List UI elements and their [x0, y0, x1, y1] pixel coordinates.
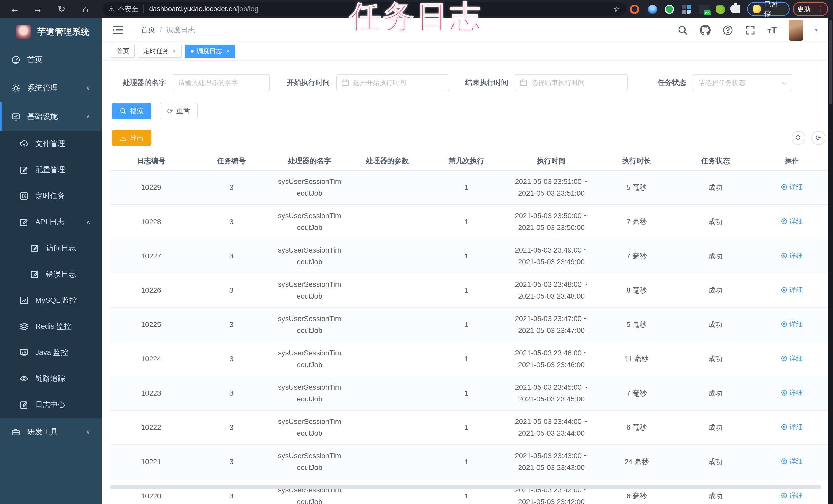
log-center-icon: [20, 400, 29, 409]
close-icon[interactable]: ×: [226, 48, 230, 55]
sidebar-toggle-icon[interactable]: [113, 25, 123, 34]
detail-link[interactable]: 详细: [781, 421, 803, 433]
sidebar-item-config-management[interactable]: 配置管理: [0, 157, 102, 183]
cell-handler-param: [348, 205, 426, 239]
avatar[interactable]: [789, 20, 803, 41]
extension-green-icon[interactable]: [665, 5, 674, 14]
cell-handler-name: sysUserSessionTimeoutJob: [271, 239, 349, 273]
detail-link[interactable]: 详细: [781, 250, 803, 261]
font-size-icon[interactable]: TT: [767, 25, 777, 35]
detail-link[interactable]: 详细: [781, 353, 803, 364]
detail-link[interactable]: 详细: [781, 318, 803, 330]
extension-switch-icon[interactable]: on: [699, 5, 709, 14]
kebab-menu-icon[interactable]: ⋮: [817, 5, 824, 13]
url-bar[interactable]: ⚠ 不安全 dashboard.yudao.iocoder.cn/job/log…: [102, 2, 626, 16]
cell-exec-time: 2021-05-03 23:45:00 ~2021-05-03 23:45:00: [507, 376, 596, 410]
home-icon[interactable]: ⌂: [78, 0, 93, 18]
sidebar-item-access-log[interactable]: 访问日志: [0, 235, 102, 261]
sidebar-item-file-management[interactable]: 文件管理: [0, 131, 102, 157]
detail-link[interactable]: 详细: [781, 216, 803, 227]
sidebar-item-error-log[interactable]: 错误日志: [0, 261, 102, 287]
extension-paused-pill[interactable]: 已暂停: [747, 2, 790, 16]
sidebar-item-log-center[interactable]: 日志中心: [0, 392, 102, 418]
cell-exec-time: 2021-05-03 23:49:00 ~2021-05-03 23:49:00: [507, 239, 596, 273]
cell-exec-index: 1: [426, 410, 507, 445]
forward-icon[interactable]: →: [30, 0, 46, 18]
cell-log-id: 10224: [110, 342, 192, 376]
sidebar-item-mysql-monitor[interactable]: MySQL 监控: [0, 287, 102, 313]
bookmark-star-icon[interactable]: ☆: [613, 5, 620, 14]
toolbox-icon: [11, 428, 21, 437]
refresh-table-button[interactable]: ⟳: [811, 131, 825, 145]
detail-link[interactable]: 详细: [781, 490, 803, 501]
github-icon[interactable]: [700, 25, 711, 35]
cloud-upload-icon: [20, 139, 29, 148]
vertical-scrollbar[interactable]: [828, 18, 833, 504]
extension-gem-icon[interactable]: [648, 5, 657, 14]
extension-ring-icon[interactable]: [630, 5, 639, 14]
cell-duration: 24 毫秒: [596, 445, 677, 479]
sidebar-item-java-monitor[interactable]: Java 监控: [0, 339, 102, 366]
export-button[interactable]: 导出: [112, 130, 151, 146]
cell-exec-index: 1: [426, 479, 507, 504]
sidebar-item-dev-tools[interactable]: 研发工具 ∨: [0, 418, 102, 446]
sidebar-item-system[interactable]: 系统管理 ∨: [0, 74, 102, 102]
extension-sprout-icon[interactable]: [716, 5, 725, 14]
tag-home[interactable]: 首页: [111, 45, 135, 58]
eye-icon: [781, 218, 787, 225]
scrollbar-thumb[interactable]: [829, 20, 832, 104]
browser-toolbar: ← → ↻ ⌂ ⚠ 不安全 dashboard.yudao.iocoder.cn…: [0, 0, 833, 18]
cell-actions: 详细: [754, 170, 830, 205]
cell-handler-name: sysUserSessionTimeoutJob: [271, 376, 349, 410]
sidebar-item-api-log[interactable]: API 日志 ∧: [0, 209, 102, 235]
table-row: 10226 3 sysUserSessionTimeoutJob 1 2021-…: [110, 273, 830, 307]
begin-time-input[interactable]: [336, 74, 449, 91]
end-time-input[interactable]: [515, 74, 628, 91]
download-icon: [120, 134, 127, 142]
active-dot: [191, 50, 194, 53]
horizontal-scrollbar[interactable]: [110, 485, 821, 489]
cell-duration: 5 毫秒: [596, 307, 677, 342]
detail-link[interactable]: 详细: [781, 181, 803, 193]
extensions-puzzle-icon[interactable]: [731, 5, 740, 13]
cell-duration: 6 毫秒: [596, 479, 677, 504]
sidebar-item-scheduled-jobs[interactable]: 定时任务: [0, 183, 102, 209]
browser-update-menu[interactable]: 更新 ⋮: [793, 2, 828, 16]
filter-label-begin-time: 开始执行时间: [287, 78, 330, 87]
avatar-caret-icon[interactable]: ▾: [815, 27, 818, 33]
filter-form: 处理器的名字 开始执行时间 结束执行时间: [123, 74, 830, 91]
detail-link[interactable]: 详细: [781, 455, 803, 467]
cell-handler-name: sysUserSessionTimeoutJob: [271, 445, 349, 479]
show-search-button[interactable]: [791, 131, 805, 145]
cell-exec-index: 1: [426, 239, 507, 273]
reset-button[interactable]: ⟳ 重置: [160, 103, 198, 119]
cell-handler-name: sysUserSessionTimeoutJob: [271, 342, 349, 376]
detail-link[interactable]: 详细: [781, 284, 803, 296]
tag-job[interactable]: 定时任务×: [138, 45, 182, 58]
app-logo-row[interactable]: 芋道管理系统: [0, 18, 102, 46]
handler-name-input[interactable]: [173, 74, 270, 91]
cell-exec-index: 1: [426, 376, 507, 410]
fullscreen-icon[interactable]: [745, 25, 756, 35]
cell-exec-index: 1: [426, 445, 507, 479]
search-icon[interactable]: [677, 25, 688, 35]
sidebar-item-home[interactable]: 首页: [0, 46, 102, 74]
back-icon[interactable]: ←: [7, 0, 23, 18]
url-path: /job/log: [236, 5, 258, 13]
cell-actions: 详细: [754, 273, 830, 307]
help-icon[interactable]: [722, 25, 733, 35]
sidebar-item-infrastructure[interactable]: 基础设施 ∧: [0, 102, 102, 131]
extension-grid-icon[interactable]: [682, 5, 691, 14]
tag-joblog-active[interactable]: 调度日志×: [185, 45, 235, 58]
sidebar-item-redis-monitor[interactable]: Redis 监控: [0, 313, 102, 339]
cell-handler-param: [348, 342, 426, 376]
close-icon[interactable]: ×: [173, 48, 176, 55]
reload-icon[interactable]: ↻: [54, 0, 69, 18]
detail-link[interactable]: 详细: [781, 387, 803, 399]
eye-icon: [781, 458, 787, 464]
status-select[interactable]: [693, 74, 792, 91]
search-button[interactable]: 搜索: [112, 103, 151, 119]
breadcrumb-home[interactable]: 首页: [141, 25, 155, 35]
sidebar-item-trace[interactable]: 链路追踪: [0, 366, 102, 392]
cell-actions: 详细: [754, 445, 830, 479]
